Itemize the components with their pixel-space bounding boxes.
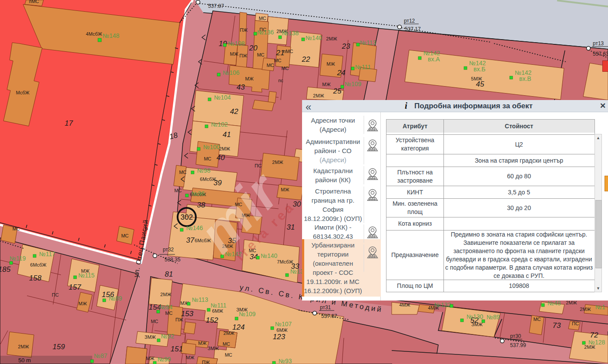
svg-text:ПЖ: ПЖ [240, 27, 248, 33]
svg-text:5МЖ: 5МЖ [471, 76, 482, 81]
svg-text:72: 72 [590, 331, 598, 339]
svg-text:50 m: 50 m [18, 357, 31, 364]
svg-text:МсбЖ: МсбЖ [16, 90, 29, 95]
svg-text:№48: №48 [548, 300, 561, 307]
svg-text:МЖ: МЖ [198, 341, 206, 346]
svg-text:МС: МС [259, 16, 266, 21]
svg-text:№92: №92 [161, 333, 175, 340]
svg-text:МС: МС [174, 188, 181, 193]
svg-text:40: 40 [217, 154, 225, 162]
svg-text:25: 25 [333, 87, 342, 95]
svg-text:537.63: 537.63 [593, 51, 608, 57]
svg-text:№140: №140 [306, 34, 322, 41]
svg-text:ПЖ: ПЖ [175, 317, 183, 322]
svg-text:МС: МС [266, 63, 274, 68]
svg-text:№102: №102 [211, 121, 228, 128]
svg-text:вх.Б: вх.Б [474, 66, 486, 73]
svg-text:2МЖ: 2МЖ [313, 93, 324, 98]
svg-text:4МсбЖ: 4МсбЖ [86, 31, 102, 37]
svg-text:2МЖ: 2МЖ [18, 344, 29, 349]
svg-text:№87: №87 [94, 352, 107, 359]
svg-text:№132: №132 [434, 301, 451, 308]
svg-text:ЗМЖ: ЗМЖ [208, 346, 219, 351]
svg-text:МС: МС [222, 341, 230, 347]
svg-text:№104: №104 [214, 94, 231, 101]
svg-text:МС: МС [204, 156, 211, 161]
svg-text:№96: №96 [191, 190, 205, 197]
svg-text:151: 151 [171, 345, 183, 353]
svg-text:№107: №107 [275, 321, 292, 327]
svg-text:МС: МС [121, 233, 128, 238]
svg-text:МЖ: МЖ [186, 355, 194, 360]
svg-text:№89: №89 [109, 295, 122, 302]
svg-text:ЗМЖ: ЗМЖ [471, 322, 483, 327]
svg-text:рт32: рт32 [163, 247, 174, 253]
svg-text:рт13: рт13 [593, 40, 604, 47]
svg-text:24: 24 [337, 69, 346, 77]
svg-text:2МЖ: 2МЖ [223, 331, 234, 336]
svg-text:№136: №136 [257, 29, 274, 36]
svg-text:537.99: 537.99 [510, 342, 526, 348]
svg-text:№109: №109 [239, 311, 256, 317]
svg-text:17: 17 [65, 119, 73, 127]
svg-text:158: 158 [29, 274, 42, 282]
svg-text:№111: №111 [355, 63, 371, 70]
svg-text:7МсбЖ: 7МсбЖ [277, 259, 293, 264]
svg-text:№138: №138 [282, 30, 299, 37]
svg-text:6МЖ: 6МЖ [212, 308, 223, 314]
svg-text:№113: №113 [192, 296, 208, 303]
svg-text:№94: №94 [159, 304, 173, 311]
svg-text:ПС: ПС [255, 163, 262, 168]
svg-text:№148: №148 [103, 32, 120, 39]
svg-text:пс: пс [278, 78, 283, 83]
svg-text:МС: МС [281, 66, 289, 71]
svg-text:20: 20 [249, 44, 258, 52]
svg-text:2МЖ: 2МЖ [326, 36, 337, 41]
svg-text:№113: №113 [360, 39, 376, 46]
svg-text:№117: №117 [39, 250, 56, 257]
svg-text:МЖ: МЖ [281, 187, 289, 192]
svg-text:№119: №119 [10, 255, 26, 262]
svg-text:6МсбЖ: 6МсбЖ [200, 177, 216, 182]
svg-text:№89: №89 [487, 314, 500, 321]
svg-text:№1: №1 [595, 304, 605, 311]
svg-text:№90: №90 [158, 356, 171, 363]
svg-text:№106: №106 [223, 69, 240, 76]
svg-text:42: 42 [230, 107, 238, 116]
svg-text:37: 37 [186, 236, 195, 244]
svg-text:МЖ: МЖ [78, 301, 87, 306]
svg-text:6МсбЖ: 6МсбЖ [30, 262, 46, 267]
svg-text:рт30: рт30 [510, 333, 521, 339]
svg-text:№130: №130 [467, 313, 484, 320]
svg-text:МС: МС [533, 317, 541, 322]
svg-text:2МЖ: 2МЖ [160, 292, 171, 297]
svg-text:537.67: 537.67 [321, 313, 337, 319]
svg-text:81: 81 [165, 270, 173, 278]
svg-text:4МЖ: 4МЖ [399, 302, 410, 307]
svg-text:пМС: пМС [283, 49, 293, 54]
svg-text:МС: МС [274, 58, 281, 63]
svg-text:№115: №115 [78, 272, 95, 279]
svg-text:МС: МС [179, 170, 186, 175]
svg-text:МЖ: МЖ [146, 356, 154, 361]
svg-text:6МЖ: 6МЖ [276, 327, 287, 333]
svg-text:пМС: пМС [29, 0, 39, 4]
svg-text:МС: МС [165, 311, 172, 316]
svg-text:№98: №98 [197, 167, 211, 174]
svg-text:№140: №140 [261, 252, 278, 259]
svg-text:2МЖ: 2МЖ [566, 300, 577, 305]
svg-text:537.17: 537.17 [405, 26, 421, 32]
svg-text:№128: №128 [588, 339, 605, 346]
svg-text:№108: №108 [228, 40, 245, 47]
svg-text:2МЖ: 2МЖ [580, 307, 591, 312]
svg-text:538.35: 538.35 [165, 257, 181, 263]
svg-text:МС: МС [12, 226, 20, 231]
svg-text:№111: №111 [211, 302, 227, 309]
svg-text:ПС: ПС [572, 321, 579, 326]
svg-text:МЖ: МЖ [326, 61, 335, 67]
svg-text:МС: МС [151, 319, 158, 324]
svg-text:43: 43 [237, 83, 245, 91]
svg-text:ПЖ: ПЖ [202, 360, 210, 364]
svg-text:2МЖ: 2МЖ [219, 146, 230, 151]
svg-text:41: 41 [223, 130, 231, 139]
